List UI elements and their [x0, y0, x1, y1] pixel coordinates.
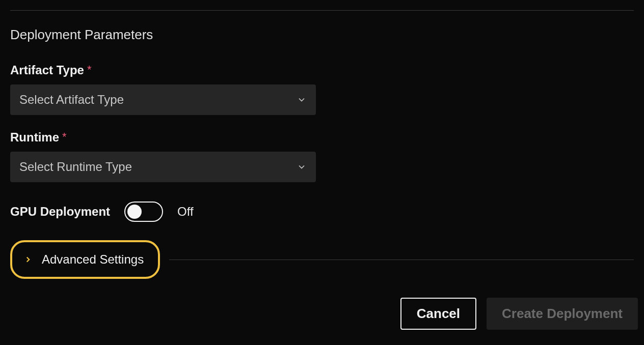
gpu-deployment-state: Off [177, 205, 194, 219]
artifact-type-select[interactable]: Select Artifact Type [10, 84, 316, 115]
runtime-label: Runtime [10, 130, 59, 145]
gpu-deployment-row: GPU Deployment Off [10, 202, 634, 222]
chevron-down-icon [297, 95, 307, 105]
toggle-knob [127, 205, 142, 219]
chevron-right-icon [23, 255, 33, 264]
advanced-settings-label: Advanced Settings [42, 252, 144, 267]
top-divider [10, 10, 634, 11]
advanced-settings-row: Advanced Settings [10, 240, 634, 279]
deployment-parameters-panel: Deployment Parameters Artifact Type* Sel… [0, 0, 644, 345]
cancel-button[interactable]: Cancel [400, 298, 476, 330]
artifact-type-field: Artifact Type* Select Artifact Type [10, 63, 634, 115]
advanced-divider [169, 260, 634, 260]
required-indicator: * [62, 130, 67, 143]
artifact-type-placeholder: Select Artifact Type [19, 93, 124, 107]
required-indicator: * [87, 63, 92, 76]
runtime-field: Runtime* Select Runtime Type [10, 130, 634, 182]
gpu-deployment-toggle[interactable] [124, 202, 163, 222]
create-deployment-button[interactable]: Create Deployment [487, 298, 638, 330]
artifact-type-label: Artifact Type [10, 63, 84, 77]
runtime-placeholder: Select Runtime Type [19, 160, 132, 174]
gpu-deployment-label: GPU Deployment [10, 205, 110, 219]
runtime-select[interactable]: Select Runtime Type [10, 152, 316, 182]
chevron-down-icon [297, 162, 307, 172]
advanced-settings-button[interactable]: Advanced Settings [10, 240, 160, 279]
section-heading: Deployment Parameters [10, 27, 634, 43]
action-buttons: Cancel Create Deployment [400, 298, 638, 330]
